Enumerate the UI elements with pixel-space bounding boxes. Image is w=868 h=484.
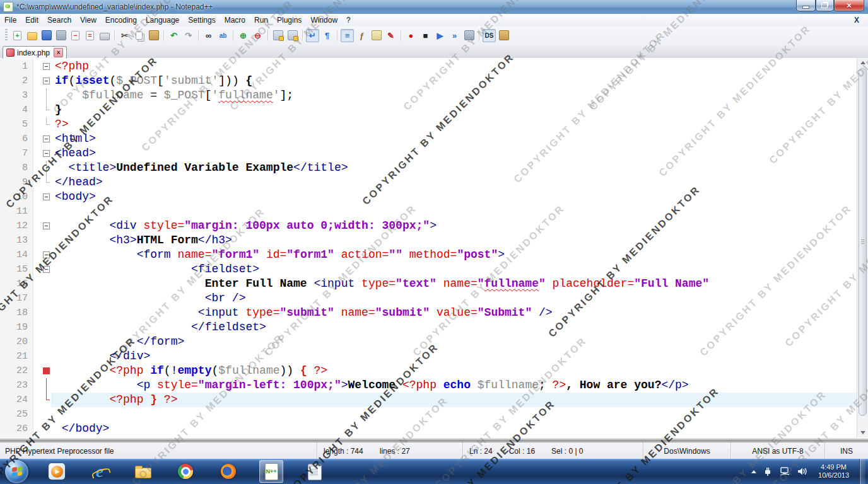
line-number[interactable]: 17 [0, 291, 33, 306]
menu-item-edit[interactable]: Edit [21, 14, 43, 26]
windows-media-player-taskbar-button[interactable] [45, 460, 69, 483]
line-number[interactable]: 18 [0, 306, 33, 320]
line-number[interactable]: 8 [0, 161, 33, 175]
bookmark-margin[interactable] [33, 291, 41, 306]
line-number[interactable]: 5 [0, 117, 33, 132]
fold-collapse-icon[interactable] [41, 59, 51, 74]
vertical-scrollbar[interactable] [857, 58, 868, 437]
line-number[interactable]: 22 [0, 364, 33, 378]
code-text[interactable]: <body> [51, 190, 857, 204]
fold-collapse-icon[interactable] [41, 248, 51, 262]
code-text[interactable]: </div> [51, 349, 857, 364]
line-number[interactable]: 4 [0, 103, 33, 117]
print-icon[interactable] [98, 29, 111, 42]
line-number[interactable]: 13 [0, 233, 33, 248]
macro-play-icon[interactable]: ▶ [433, 29, 447, 42]
menu-item-encoding[interactable]: Encoding [101, 14, 141, 26]
code-line-12[interactable]: 12 <div style="margin: 100px auto 0;widt… [0, 219, 857, 233]
title-bar[interactable]: *C:\wamp\www\undefined_variable\index.ph… [0, 0, 868, 14]
start-button[interactable] [5, 460, 28, 483]
find-icon[interactable]: ∞ [202, 29, 215, 42]
line-number[interactable]: 1 [0, 59, 33, 74]
code-text[interactable]: </head> [51, 175, 857, 190]
scroll-down-arrow-icon[interactable] [857, 428, 868, 437]
code-line-21[interactable]: 21 </div> [0, 349, 857, 364]
bookmark-margin[interactable] [33, 335, 41, 349]
close-button[interactable]: × [834, 0, 864, 11]
line-number[interactable]: 21 [0, 349, 33, 364]
code-text[interactable]: <br /> [51, 291, 857, 306]
scroll-up-arrow-icon[interactable] [857, 58, 868, 67]
document-map-icon[interactable] [370, 29, 383, 42]
line-number[interactable]: 15 [0, 262, 33, 277]
sync-horizontal-icon[interactable] [286, 29, 299, 42]
code-text[interactable] [51, 407, 857, 422]
code-text[interactable]: </form> [51, 335, 857, 349]
restore-button[interactable] [816, 0, 834, 11]
code-line-14[interactable]: 14 <form name="form1" id="form1" action=… [0, 248, 857, 262]
macro-stop-icon[interactable]: ■ [419, 29, 432, 42]
code-line-13[interactable]: 13 <h3>HTML Form</h3> [0, 233, 857, 248]
code-line-8[interactable]: 8 <title>Undefined Variable Example</tit… [0, 161, 857, 175]
code-text[interactable]: </body> [51, 422, 857, 436]
code-line-4[interactable]: 4} [0, 103, 857, 117]
bookmark-margin[interactable] [33, 349, 41, 364]
encoding-status[interactable]: ANSI as UTF-8 [730, 442, 824, 459]
fold-collapse-icon[interactable] [41, 146, 51, 161]
code-line-2[interactable]: 2if(isset($_POST['submit'])) { [0, 74, 857, 88]
close-document-x[interactable]: X [852, 15, 862, 25]
windows-explorer-taskbar-button[interactable] [131, 460, 155, 483]
menu-item-file[interactable]: File [0, 14, 21, 26]
code-line-26[interactable]: 26 </body> [0, 422, 857, 436]
save-file-icon[interactable] [40, 29, 53, 42]
eol-format-status[interactable]: Dos\Windows [643, 442, 730, 459]
code-line-10[interactable]: 10<body> [0, 190, 857, 204]
code-line-17[interactable]: 17 <br /> [0, 291, 857, 306]
menu-item-plugins[interactable]: Plugins [273, 14, 306, 26]
line-number[interactable]: 19 [0, 320, 33, 335]
code-text[interactable]: <?php } ?> [51, 393, 857, 407]
code-text[interactable] [51, 204, 857, 219]
menu-item-view[interactable]: View [76, 14, 101, 26]
line-number[interactable]: 10 [0, 190, 33, 204]
bookmark-margin[interactable] [33, 378, 41, 393]
code-line-6[interactable]: 6<html> [0, 132, 857, 146]
line-number[interactable]: 3 [0, 88, 33, 103]
code-line-5[interactable]: 5?> [0, 117, 857, 132]
bookmark-margin[interactable] [33, 422, 41, 436]
code-text[interactable]: Enter Full Name <input type="text" name=… [51, 277, 857, 291]
close-all-icon[interactable]: = [83, 29, 97, 42]
firefox-taskbar-button[interactable] [216, 460, 240, 483]
menu-item-language[interactable]: Language [141, 14, 184, 26]
code-line-24[interactable]: 24 <?php } ?> [0, 393, 857, 407]
menu-item-macro[interactable]: Macro [220, 14, 250, 26]
bookmark-margin[interactable] [33, 117, 41, 132]
code-line-22[interactable]: 22 <?php if(!empty($fullname)) { ?> [0, 364, 857, 378]
bookmark-margin[interactable] [33, 190, 41, 204]
tab-index-php[interactable]: index.php × [3, 46, 67, 59]
bookmark-margin[interactable] [33, 407, 41, 422]
bookmark-margin[interactable] [33, 161, 41, 175]
bookmark-margin[interactable] [33, 132, 41, 146]
fold-collapse-icon[interactable] [41, 219, 51, 233]
bookmark-margin[interactable] [33, 175, 41, 190]
code-text[interactable]: <html> [51, 132, 857, 146]
code-line-18[interactable]: 18 <input type="submit" name="submit" va… [0, 306, 857, 320]
bookmark-margin[interactable] [33, 88, 41, 103]
code-text[interactable]: <fieldset> [51, 262, 857, 277]
bookmark-margin[interactable] [33, 320, 41, 335]
code-line-9[interactable]: 9</head> [0, 175, 857, 190]
menu-item-settings[interactable]: Settings [184, 14, 220, 26]
bookmark-margin[interactable] [33, 233, 41, 248]
line-number[interactable]: 6 [0, 132, 33, 146]
line-number[interactable]: 26 [0, 422, 33, 436]
bookmark-margin[interactable] [33, 74, 41, 88]
function-list-icon[interactable]: ƒ [355, 29, 368, 42]
insert-mode-status[interactable]: INS [824, 442, 868, 459]
code-text[interactable]: <head> [51, 146, 857, 161]
code-text[interactable]: <h3>HTML Form</h3> [51, 233, 857, 248]
show-desktop-button[interactable] [859, 459, 865, 484]
code-text[interactable]: <title>Undefined Variable Example</title… [51, 161, 857, 175]
line-number[interactable]: 9 [0, 175, 33, 190]
notepad-plus-plus-taskbar-button[interactable] [259, 460, 283, 483]
